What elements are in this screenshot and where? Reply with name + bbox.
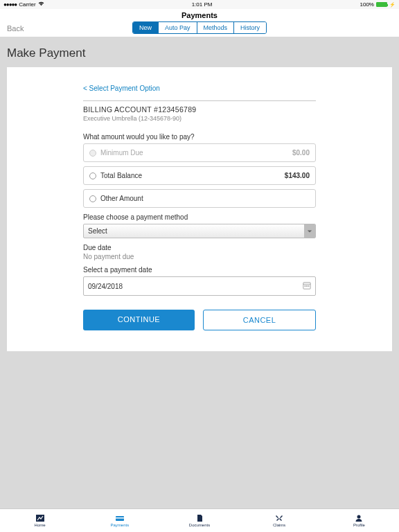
bottom-nav: Home Payments Documents Claims Profile (0, 508, 399, 532)
payments-icon (115, 514, 125, 522)
payment-date-label: Select a payment date (83, 266, 316, 274)
calendar-icon (303, 280, 311, 292)
tab-methods[interactable]: Methods (197, 22, 235, 33)
date-value: 09/24/2018 (88, 283, 303, 290)
svg-rect-3 (306, 285, 308, 287)
claims-icon (274, 514, 284, 522)
tab-group: New Auto Pay Methods History (0, 21, 399, 34)
home-icon (35, 514, 45, 522)
due-date-label: Due date (83, 244, 316, 251)
amount-prompt: What amount would you like to pay? (83, 133, 316, 141)
tab-new[interactable]: New (133, 22, 159, 33)
nav-label: Claims (273, 523, 285, 527)
option-other-amount[interactable]: Other Amount (83, 189, 316, 208)
billing-account: BILLING ACCOUNT #123456789 (83, 105, 316, 114)
documents-icon (195, 514, 204, 522)
option-value: $143.00 (285, 172, 310, 179)
status-bar: ●●●●● Carrier 1:01 PM 100% ⚡ (0, 0, 399, 9)
method-prompt: Please choose a payment method (83, 213, 316, 221)
svg-rect-4 (308, 285, 310, 287)
carrier-label: Carrier (19, 1, 35, 8)
radio-icon (89, 150, 96, 157)
option-label: Total Balance (100, 172, 142, 179)
battery-icon (376, 2, 387, 7)
nav-label: Profile (353, 523, 365, 527)
policy-name: Executive Umbrella (12-345678-90) (83, 115, 316, 122)
svg-point-8 (357, 515, 361, 519)
payment-method-select[interactable]: Select (83, 224, 316, 238)
option-label: Other Amount (100, 195, 143, 202)
nav-label: Payments (110, 523, 129, 527)
clock: 1:01 PM (192, 1, 213, 8)
svg-rect-7 (116, 517, 124, 519)
profile-icon (354, 514, 364, 522)
select-payment-option-link[interactable]: < Select Payment Option (83, 85, 160, 92)
option-minimum-due: Minimum Due $0.00 (83, 143, 316, 162)
nav-payments[interactable]: Payments (80, 509, 159, 532)
page-title: Make Payment (0, 37, 399, 67)
cancel-button[interactable]: CANCEL (203, 310, 316, 330)
option-label: Minimum Due (100, 149, 143, 157)
select-value: Select (84, 224, 304, 238)
radio-icon (89, 195, 96, 202)
payment-card: < Select Payment Option BILLING ACCOUNT … (7, 67, 392, 351)
nav-home[interactable]: Home (0, 509, 80, 532)
wifi-icon (38, 1, 44, 8)
title-bar: Payments Back New Auto Pay Methods Histo… (0, 9, 399, 37)
screen-title: Payments (0, 9, 399, 19)
payment-date-input[interactable]: 09/24/2018 (83, 276, 316, 296)
tab-autopay[interactable]: Auto Pay (159, 22, 197, 33)
option-total-balance[interactable]: Total Balance $143.00 (83, 166, 316, 185)
chevron-down-icon (304, 224, 315, 238)
radio-icon (89, 172, 96, 179)
continue-button[interactable]: CONTINUE (83, 310, 195, 330)
nav-profile[interactable]: Profile (319, 509, 399, 532)
svg-rect-2 (305, 285, 306, 287)
nav-label: Home (35, 523, 46, 527)
charging-icon: ⚡ (389, 2, 396, 8)
nav-documents[interactable]: Documents (159, 509, 239, 532)
nav-label: Documents (189, 523, 210, 527)
nav-claims[interactable]: Claims (240, 509, 319, 532)
option-value: $0.00 (292, 149, 310, 157)
tab-history[interactable]: History (234, 22, 266, 33)
due-date-value: No payment due (83, 253, 316, 260)
signal-icon: ●●●●● (3, 1, 17, 8)
back-button[interactable]: Back (7, 24, 24, 33)
battery-percent: 100% (360, 1, 374, 8)
divider (83, 100, 316, 101)
